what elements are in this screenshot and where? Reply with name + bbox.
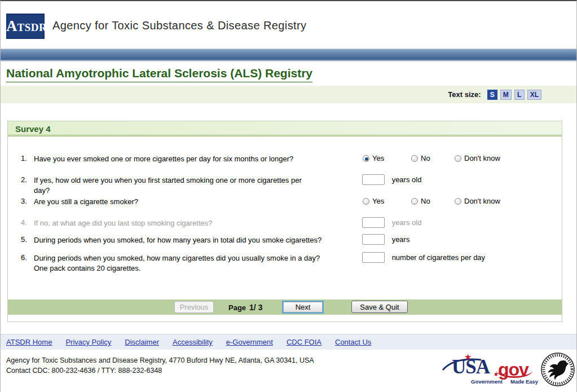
text-size-l-button[interactable]: L <box>514 90 525 100</box>
usagov-tagline-government: Government <box>471 378 503 385</box>
question-line: If yes, how old were you when you first … <box>34 175 350 186</box>
footer-link-e-government[interactable]: e-Government <box>226 338 273 346</box>
radio-label: Yes <box>372 197 384 205</box>
question-number: 4. <box>21 218 32 227</box>
question-answer: years old <box>362 217 421 231</box>
footer-link-disclaimer[interactable]: Disclaimer <box>125 338 159 346</box>
agency-name: Agency for Toxic Substances & Disease Re… <box>52 19 306 32</box>
question-text: If no, at what age did you last stop smo… <box>34 218 350 228</box>
page-word: Page <box>228 303 246 312</box>
previous-button[interactable]: Previous <box>174 301 214 313</box>
radio-label: Don't know <box>464 197 500 205</box>
text-size-xl-button[interactable]: XL <box>527 90 541 100</box>
radio-option-no[interactable]: No <box>411 154 430 162</box>
footer-link-cdc-foia[interactable]: CDC FOIA <box>287 338 321 346</box>
atsdr-logo-rest: TSDR <box>17 21 47 33</box>
question-number: 5. <box>21 235 32 244</box>
radio-icon[interactable] <box>411 155 418 162</box>
header-blue-bar <box>1 49 576 60</box>
radio-icon[interactable] <box>411 198 418 205</box>
footer-link-atsdr-home[interactable]: ATSDR Home <box>6 338 52 346</box>
page: ATSDR Agency for Toxic Substances & Dise… <box>0 0 577 392</box>
footer-link-privacy-policy[interactable]: Privacy Policy <box>65 338 111 346</box>
question-text: Have you ever smoked one or more cigaret… <box>34 154 350 164</box>
footer-contact-line: Contact CDC: 800-232-4636 / TTY: 888-232… <box>6 365 314 376</box>
page-indicator: Page1/ 3 <box>228 303 262 312</box>
radio-option-dont-know[interactable]: Don't know <box>455 197 500 205</box>
input-suffix: number of cigarettes per day <box>392 253 485 262</box>
survey-panel-header: Survey 4 <box>8 121 562 136</box>
question-number: 3. <box>21 197 32 205</box>
usagov-logo[interactable]: ★ USA .gov GovernmentMade Easy <box>442 355 535 386</box>
years-smoked-input[interactable] <box>362 234 385 245</box>
input-suffix: years <box>392 235 410 244</box>
question-text: Are you still a cigarette smoker? <box>34 197 350 207</box>
footer-links-bar: ATSDR Home Privacy Policy Disclaimer Acc… <box>1 334 576 350</box>
question-text: During periods when you smoked, how many… <box>34 253 350 274</box>
input-suffix: years old <box>392 175 422 184</box>
question-line: During periods when you smoked, for how … <box>34 235 350 245</box>
usagov-tagline: GovernmentMade Easy <box>471 378 538 385</box>
footer-address: Agency for Toxic Substances and Disease … <box>6 355 314 376</box>
radio-option-yes[interactable]: Yes <box>363 154 384 162</box>
footer-link-accessibility[interactable]: Accessibility <box>173 338 213 346</box>
text-size-label: Text size: <box>448 90 481 99</box>
spacer <box>1 322 576 334</box>
radio-option-no[interactable]: No <box>411 197 430 205</box>
survey-nav-bar: Previous Page1/ 3 Next Save & Quit <box>8 299 562 315</box>
radio-icon[interactable] <box>455 155 461 162</box>
survey-panel: Survey 4 1. Have you ever smoked one or … <box>7 121 562 322</box>
radio-label: Don't know <box>464 154 500 162</box>
footer-address-line: Agency for Toxic Substances and Disease … <box>6 355 314 365</box>
radio-icon[interactable] <box>363 155 369 162</box>
question-line: One pack contains 20 cigarettes. <box>34 263 350 274</box>
spacer <box>1 103 576 121</box>
survey-title: Survey 4 <box>15 124 51 134</box>
text-size-m-button[interactable]: M <box>500 90 512 100</box>
hhs-seal-icon[interactable] <box>540 352 575 387</box>
question-text: If yes, how old were you when you first … <box>34 175 350 196</box>
radio-label: Yes <box>372 154 384 162</box>
save-quit-button[interactable]: Save & Quit <box>351 301 408 313</box>
question-number: 1. <box>21 154 32 162</box>
masthead: ATSDR Agency for Toxic Substances & Dise… <box>1 1 576 49</box>
question-line: If no, at what age did you last stop smo… <box>34 218 350 228</box>
text-size-s-button[interactable]: S <box>487 90 497 100</box>
question-answer: years old <box>362 174 421 188</box>
page-number: 1/ 3 <box>249 303 262 312</box>
question-text: During periods when you smoked, for how … <box>34 235 350 245</box>
question-line: During periods when you smoked, how many… <box>34 253 350 263</box>
radio-option-yes[interactable]: Yes <box>363 197 384 205</box>
question-number: 6. <box>21 253 32 262</box>
age-stopped-input[interactable] <box>362 217 385 228</box>
radio-icon[interactable] <box>363 198 369 205</box>
radio-option-dont-know[interactable]: Don't know <box>455 154 500 162</box>
radio-label: No <box>421 154 430 162</box>
footer: Agency for Toxic Substances and Disease … <box>1 350 576 391</box>
age-started-input[interactable] <box>362 174 385 185</box>
title-area: National Amyotrophic Lateral Sclerosis (… <box>1 61 576 86</box>
cigarettes-per-day-input[interactable] <box>362 252 385 263</box>
question-line: Have you ever smoked one or more cigaret… <box>34 154 350 164</box>
question-line: day? <box>34 186 350 196</box>
radio-label: No <box>421 197 430 205</box>
question-line: Are you still a cigarette smoker? <box>34 197 350 207</box>
text-size-toolbar: Text size: S M L XL <box>1 86 576 103</box>
question-answer: number of cigarettes per day <box>362 252 485 266</box>
radio-icon[interactable] <box>455 198 461 205</box>
atsdr-logo[interactable]: ATSDR <box>6 14 45 39</box>
footer-link-contact-us[interactable]: Contact Us <box>335 338 371 346</box>
usagov-usa-text: USA <box>452 356 490 378</box>
page-title[interactable]: National Amyotrophic Lateral Sclerosis (… <box>6 67 312 82</box>
usagov-tagline-made-easy: Made Easy <box>510 378 538 385</box>
question-answer: years <box>362 234 409 248</box>
next-button[interactable]: Next <box>282 301 324 314</box>
question-number: 2. <box>21 175 32 184</box>
input-suffix: years old <box>392 218 422 227</box>
atsdr-logo-letter: A <box>6 17 17 34</box>
